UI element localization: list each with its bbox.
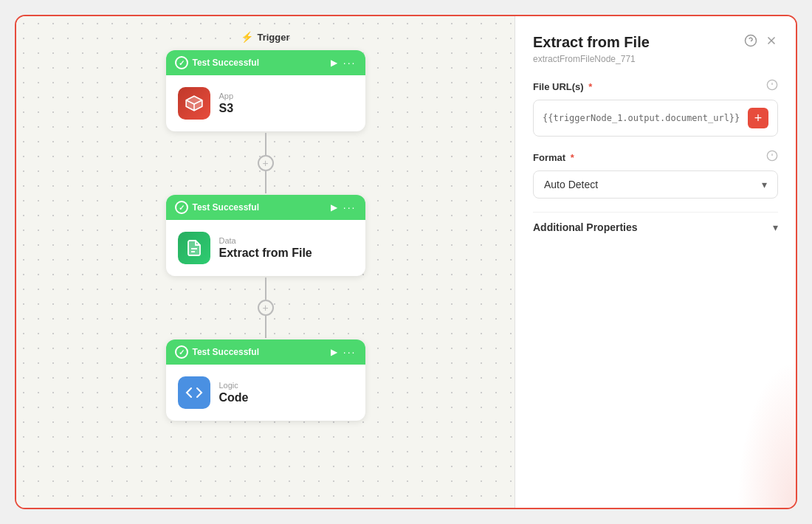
check-icon-s3: ✓ [175, 56, 188, 69]
node-extract-actions: ▶ ··· [331, 201, 357, 213]
bolt-icon: ⚡ [241, 31, 253, 43]
trigger-label: ⚡ Trigger [241, 31, 289, 43]
red-glow-decoration [737, 360, 796, 508]
more-icon-extract[interactable]: ··· [343, 201, 357, 213]
node-extract-name: Extract from File [219, 247, 312, 260]
node-s3-status-row: ✓ Test Successful [175, 56, 259, 69]
trigger-text: Trigger [257, 32, 289, 43]
connector-1-line-top [265, 133, 266, 155]
node-s3-text: App S3 [219, 92, 234, 115]
node-code-status: Test Successful [193, 347, 259, 357]
right-panel: Extract from File extractFromFil [515, 16, 796, 508]
node-s3-header: ✓ Test Successful ▶ ··· [166, 50, 365, 75]
node-code-header: ✓ Test Successful ▶ ··· [166, 339, 365, 365]
format-select[interactable]: Auto Detect ▾ [533, 170, 778, 199]
connector-2: + [258, 277, 274, 338]
file-urls-section: File URL(s) * {{triggerNode_1.output.doc… [533, 79, 778, 137]
extract-icon [178, 232, 210, 264]
help-button[interactable] [744, 34, 757, 50]
play-icon-extract[interactable]: ▶ [331, 202, 337, 213]
add-url-icon: + [754, 111, 763, 126]
check-icon-code: ✓ [175, 345, 188, 359]
file-urls-required: * [586, 81, 593, 92]
app-container: ⚡ Trigger ✓ Test Successful ▶ ··· [15, 15, 797, 509]
add-node-btn-1[interactable]: + [258, 155, 274, 171]
node-s3-actions: ▶ ··· [331, 57, 357, 69]
connector-2-line-top [265, 277, 266, 300]
panel-header: Extract from File [533, 34, 778, 51]
additional-properties-chevron: ▾ [773, 221, 778, 233]
additional-properties-row[interactable]: Additional Properties ▾ [533, 212, 778, 242]
close-button[interactable] [765, 34, 778, 50]
add-node-btn-2[interactable]: + [258, 300, 274, 316]
s3-icon [178, 87, 210, 120]
node-extract[interactable]: ✓ Test Successful ▶ ··· [166, 195, 365, 276]
node-s3[interactable]: ✓ Test Successful ▶ ··· [166, 50, 365, 131]
node-s3-body: App S3 [166, 75, 365, 131]
play-icon-s3[interactable]: ▶ [331, 58, 337, 68]
node-code-category: Logic [219, 381, 249, 390]
format-section: Format * Auto Detect ▾ [533, 150, 778, 199]
node-extract-status-row: ✓ Test Successful [175, 201, 259, 214]
node-extract-text: Data Extract from File [219, 236, 312, 260]
format-label-row: Format * [533, 150, 778, 165]
file-urls-info-icon[interactable] [766, 79, 778, 94]
node-code-text: Logic Code [219, 381, 249, 404]
node-s3-status: Test Successful [193, 58, 259, 68]
node-extract-header: ✓ Test Successful ▶ ··· [166, 195, 365, 220]
connector-1: + [258, 133, 274, 193]
workflow-canvas: ⚡ Trigger ✓ Test Successful ▶ ··· [16, 16, 515, 508]
node-extract-status: Test Successful [193, 202, 259, 213]
panel-subtitle: extractFromFileNode_771 [533, 54, 778, 64]
add-url-button[interactable]: + [748, 108, 768, 128]
panel-header-icons [744, 34, 778, 50]
node-extract-category: Data [219, 236, 312, 245]
format-required: * [568, 152, 574, 163]
node-code-actions: ▶ ··· [331, 346, 357, 358]
connector-2-line-bottom [265, 316, 266, 338]
format-value: Auto Detect [544, 179, 762, 190]
node-s3-name: S3 [219, 102, 234, 115]
file-urls-label-row: File URL(s) * [533, 79, 778, 94]
connector-1-line-bottom [265, 171, 266, 193]
check-icon-extract: ✓ [175, 201, 188, 214]
additional-properties-label: Additional Properties [533, 221, 638, 233]
file-urls-label: File URL(s) * [533, 81, 592, 92]
node-extract-body: Data Extract from File [166, 220, 365, 276]
more-icon-s3[interactable]: ··· [343, 57, 357, 69]
node-code[interactable]: ✓ Test Successful ▶ ··· Logic Code [166, 339, 365, 421]
play-icon-code[interactable]: ▶ [331, 347, 337, 357]
chevron-down-icon: ▾ [762, 179, 767, 190]
code-icon [178, 376, 210, 409]
node-code-name: Code [219, 391, 249, 404]
node-code-body: Logic Code [166, 365, 365, 421]
node-code-status-row: ✓ Test Successful [175, 345, 259, 359]
panel-title: Extract from File [533, 34, 650, 51]
format-info-icon[interactable] [766, 150, 778, 165]
file-urls-value[interactable]: {{triggerNode_1.output.document_url}} [543, 113, 748, 123]
more-icon-code[interactable]: ··· [343, 346, 357, 358]
file-urls-input-row: {{triggerNode_1.output.document_url}} + [533, 100, 778, 137]
format-label: Format * [533, 152, 574, 163]
node-s3-category: App [219, 92, 234, 100]
